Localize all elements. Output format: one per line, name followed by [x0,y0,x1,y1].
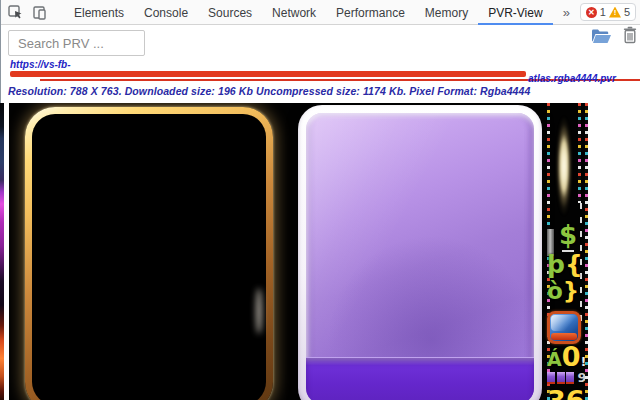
sprite-card-purple [298,105,542,400]
devtools-window: Elements Console Sources Network Perform… [0,0,640,400]
redaction-bar [10,71,526,77]
purple-square-sprite [566,372,574,384]
glyph-row: ò} [547,280,579,303]
sprite-card-purple-footer [306,357,534,400]
tv-base-bar [551,333,577,340]
tab-sources[interactable]: Sources [198,0,262,25]
tab-elements[interactable]: Elements [64,0,134,25]
purple-square-sprite [547,372,555,384]
glyph-o-grave: ò [547,278,563,304]
error-icon: ✕ [586,7,597,18]
toolbar-icon-group [6,3,48,21]
glyph-brace-close: } [563,278,579,304]
glyph-thorn: þ [547,250,565,279]
texture-info-line: Resolution: 788 X 763. Downloaded size: … [8,85,530,97]
texture-url-tail[interactable]: atlas.rgba4444.pvr [528,73,616,84]
tv-icon-sprite [547,311,581,344]
sprite-card-frame-gold-interior [32,114,266,400]
glyph-row: 36f [547,387,588,400]
warning-count: 5 [624,6,630,18]
pvr-view-panel: https://vs-fb- atlas.rgba4444.pvr Resolu… [0,25,640,400]
inspect-element-icon[interactable] [6,3,24,21]
tab-performance[interactable]: Performance [326,0,415,25]
sprite-glyph-strip: $ þ{ ò} Á0! 9 36f [545,103,588,400]
tab-network[interactable]: Network [262,0,326,25]
glyph-zero: 0 [562,341,581,372]
open-folder-icon[interactable] [591,28,612,44]
sprite-card-purple-glass [306,113,534,400]
search-input[interactable] [8,30,145,56]
glyph-row: þ{ [547,252,583,277]
devtools-toolbar: Elements Console Sources Network Perform… [0,0,640,25]
pvr-texture-preview[interactable]: $ þ{ ò} Á0! 9 36f [9,103,588,400]
glyph-row: Á0! [547,343,587,370]
glyph-dollar: $ [559,222,577,248]
tab-memory[interactable]: Memory [415,0,478,25]
dotted-guide-line [585,103,588,400]
tv-screen-highlight [551,315,577,331]
warning-icon: ! [609,7,621,18]
toolbar-right-cluster: ✕ 1 ! 5 2 ⚙ ⋮ × [580,3,640,21]
atlas-left-fragment [0,103,4,400]
devtools-tabs: Elements Console Sources Network Perform… [64,0,580,25]
tab-console[interactable]: Console [134,0,198,25]
gold-frame-highlight [256,288,262,334]
purple-square-sprite [557,372,565,384]
error-count: 1 [600,6,606,18]
more-tabs-icon[interactable]: » [553,0,580,25]
glyph-brace-open: { [565,250,583,279]
issues-badge[interactable]: ✕ 1 ! 5 [580,3,636,21]
device-toolbar-icon[interactable] [30,3,48,21]
texture-url-link[interactable]: https://vs-fb- [10,59,71,70]
tab-pvr-view[interactable]: PVR-View [478,0,552,25]
dotted-guide-line [578,103,581,203]
glyph-a-acute: Á [547,348,562,370]
trash-icon[interactable] [622,26,638,44]
sprite-card-frame-gold [25,107,273,400]
glyph-three-six: 36 [547,385,585,400]
